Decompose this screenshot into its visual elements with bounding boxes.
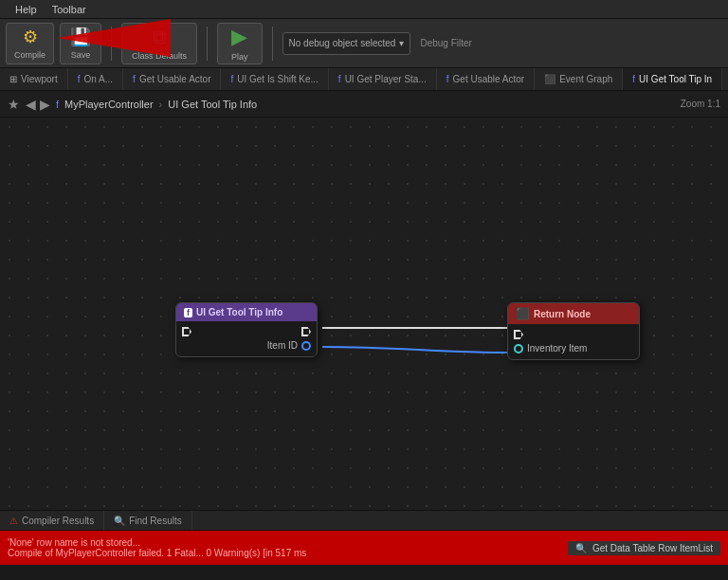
exec-in-pin[interactable] [182, 327, 191, 336]
compile-label: Compile [14, 50, 46, 60]
toolbar-separator-1 [111, 27, 112, 61]
tab-viewport[interactable]: ⊞ Viewport [0, 68, 68, 90]
func-icon-1: f [78, 74, 81, 84]
func-icon-4: f [338, 74, 341, 84]
compiler-error-icon: ⚠ [9, 516, 18, 526]
func-icon-3: f [230, 74, 233, 84]
find-icon: 🔍 [114, 516, 125, 526]
menu-toolbar[interactable]: Toolbar [45, 2, 94, 17]
compiler-results-tab[interactable]: ⚠ Compiler Results [0, 511, 104, 530]
tab-get-usable-actor-2[interactable]: f Get Usable Actor [437, 68, 535, 90]
debug-filter-dropdown[interactable]: No debug object selected ▾ [282, 32, 411, 55]
play-icon: ▶ [231, 25, 247, 49]
itemid-out-pin[interactable] [301, 341, 311, 351]
breadcrumb-nav: ◀ ▶ [26, 97, 50, 112]
return-exec-in-pin[interactable] [514, 330, 523, 339]
status-error-line1: 'None' row name is not stored... [8, 537, 564, 548]
node-uitoolinfo-itemid-label: Item ID [267, 340, 298, 351]
chevron-down-icon: ▾ [399, 38, 404, 48]
tab-ui-get-tool-tip[interactable]: f UI Get Tool Tip In [623, 68, 722, 90]
play-button[interactable]: ▶ Play [217, 23, 263, 64]
compile-icon: ⚙ [23, 27, 38, 47]
debug-filter-text: Debug Filter [420, 38, 471, 48]
find-results-label: Find Results [129, 516, 182, 526]
tab-get-usable-actor-1-label: Get Usable Actor [139, 74, 211, 84]
status-search-icon: 🔍 [575, 543, 587, 553]
save-icon: 💾 [70, 27, 91, 47]
tab-viewport-label: Viewport [21, 74, 58, 84]
node-return-invitem-row: Inventory Item [508, 341, 639, 355]
tabs-row: ⊞ Viewport f On A... f Get Usable Actor … [0, 68, 728, 91]
tab-ui-get-is-shift[interactable]: f UI Get Is Shift Ke... [221, 68, 328, 90]
node-return-exec-row [508, 328, 639, 341]
bottom-tabs: ⚠ Compiler Results 🔍 Find Results [0, 510, 728, 531]
tab-event-graph-label: Event Graph [559, 74, 612, 84]
node-ui-get-tool-tip-info[interactable]: f UI Get Tool Tip Info Item ID [175, 302, 318, 357]
node-uitoolinfo-type-badge: f [184, 308, 192, 317]
menu-help[interactable]: Help [8, 2, 45, 17]
status-search-bar[interactable]: 🔍 Get Data Table Row ItemList [568, 541, 720, 555]
tab-event-graph[interactable]: ⬛ Event Graph [535, 68, 623, 90]
node-uitoolinfo-body: Item ID [176, 321, 317, 356]
tab-ona-label: On A... [84, 74, 114, 84]
tab-ui-tooltip-label: UI Get Tool Tip In [639, 74, 712, 84]
node-uitoolinfo-itemid-row: Item ID [176, 338, 317, 353]
back-button[interactable]: ◀ [26, 97, 36, 112]
class-defaults-label: Class Defaults [132, 51, 187, 61]
func-icon-5: f [446, 74, 449, 84]
tab-ui-shift-label: UI Get Is Shift Ke... [237, 74, 318, 84]
node-uitoolinfo-header: f UI Get Tool Tip Info [176, 303, 317, 321]
return-icon: ⬛ [516, 307, 530, 320]
menu-bar: Help Toolbar [0, 0, 728, 19]
find-results-tab[interactable]: 🔍 Find Results [104, 511, 192, 530]
func-icon-2: f [133, 74, 136, 84]
forward-button[interactable]: ▶ [40, 97, 50, 112]
node-return[interactable]: ⬛ Return Node Inventory Item [507, 302, 640, 360]
tab-ona[interactable]: f On A... [68, 68, 123, 90]
invitem-in-pin[interactable] [514, 344, 523, 353]
debug-filter-label: No debug object selected [289, 38, 396, 48]
node-uitoolinfo-exec-row [176, 325, 317, 338]
event-graph-icon: ⬛ [544, 74, 555, 84]
breadcrumb-separator: › [159, 99, 163, 110]
status-error-line2: Compile of MyPlayerController failed. 1 … [8, 548, 564, 558]
func-icon-6: f [632, 74, 635, 84]
breadcrumb-bar: ★ ◀ ▶ f MyPlayerController › UI Get Tool… [0, 91, 728, 118]
class-defaults-button[interactable]: ⧉ Class Defaults [121, 23, 197, 64]
toolbar-separator-3 [272, 27, 273, 61]
exec-out-pin[interactable] [301, 327, 311, 336]
status-search-label: Get Data Table Row ItemList [592, 543, 713, 553]
star-icon[interactable]: ★ [8, 97, 20, 112]
breadcrumb-current: UI Get Tool Tip Info [168, 99, 257, 110]
compiler-results-label: Compiler Results [22, 516, 94, 526]
compile-button[interactable]: ⚙ Compile [6, 23, 54, 64]
status-bar: 'None' row name is not stored... Compile… [0, 531, 728, 565]
node-return-body: Inventory Item [508, 324, 639, 359]
breadcrumb-root: MyPlayerController [64, 99, 154, 110]
viewport-icon: ⊞ [9, 74, 17, 84]
tab-ui-player-label: UI Get Player Sta... [345, 74, 427, 84]
save-label: Save [71, 50, 91, 60]
breadcrumb-func-icon: f [56, 99, 59, 110]
tab-get-usable-actor-2-label: Get Usable Actor [453, 74, 525, 84]
toolbar: ⚙ Compile 💾 Save ⧉ Class Defaults ▶ Play… [0, 19, 728, 68]
node-return-title: Return Node [534, 309, 591, 319]
status-error-text: 'None' row name is not stored... Compile… [8, 537, 564, 558]
node-return-invitem-label: Inventory Item [527, 343, 587, 353]
tab-ui-get-player[interactable]: f UI Get Player Sta... [329, 68, 437, 90]
play-label: Play [231, 52, 248, 62]
zoom-label: Zoom 1:1 [681, 99, 720, 109]
node-return-header: ⬛ Return Node [508, 303, 639, 324]
save-button[interactable]: 💾 Save [60, 23, 101, 64]
class-defaults-icon: ⧉ [153, 27, 166, 48]
tab-get-usable-actor-1[interactable]: f Get Usable Actor [123, 68, 221, 90]
canvas-area[interactable]: f UI Get Tool Tip Info Item ID ⬛ Return … [0, 118, 728, 510]
toolbar-separator-2 [207, 27, 208, 61]
node-uitoolinfo-title: UI Get Tool Tip Info [196, 307, 282, 317]
